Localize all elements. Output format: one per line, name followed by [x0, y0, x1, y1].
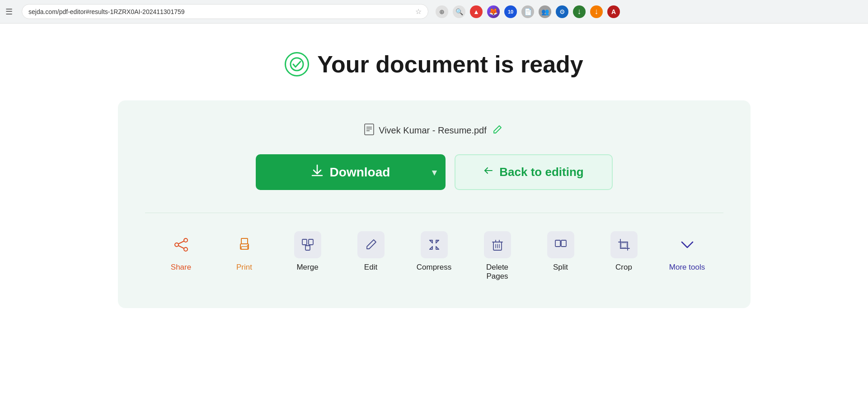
tool-share-label: Share: [171, 263, 191, 272]
tool-edit-label: Edit: [364, 263, 377, 272]
tool-split-label: Split: [553, 263, 568, 272]
svg-rect-39: [621, 243, 627, 247]
svg-point-9: [175, 243, 178, 247]
svg-point-0: [291, 58, 303, 71]
results-card: Vivek Kumar - Resume.pdf Download ▾: [118, 100, 751, 308]
svg-line-23: [436, 240, 439, 243]
tool-compress[interactable]: Compress: [416, 231, 452, 272]
edit-icon: [357, 231, 385, 258]
ext-settings[interactable]: ⚙: [556, 5, 568, 18]
tool-merge[interactable]: Merge: [290, 231, 326, 272]
tool-crop-label: Crop: [615, 263, 632, 272]
ext-file[interactable]: 📄: [521, 5, 534, 18]
ext-triangle[interactable]: ▲: [470, 5, 483, 18]
svg-point-16: [247, 245, 248, 247]
svg-line-11: [178, 241, 184, 244]
delete-pages-icon: [484, 231, 511, 258]
back-to-editing-button[interactable]: Back to editing: [455, 154, 613, 190]
tool-merge-label: Merge: [296, 263, 318, 272]
bookmark-icon[interactable]: ☆: [415, 7, 422, 16]
svg-rect-34: [561, 240, 566, 247]
download-arrow-icon: [311, 164, 324, 180]
tool-compress-label: Compress: [417, 263, 451, 272]
ext-download-green[interactable]: ↓: [573, 5, 586, 18]
sidebar-toggle[interactable]: ☰: [5, 7, 13, 17]
ext-acrobat[interactable]: A: [607, 5, 620, 18]
svg-rect-18: [309, 239, 313, 245]
svg-rect-14: [241, 238, 248, 244]
svg-line-25: [436, 247, 439, 249]
svg-rect-19: [305, 246, 310, 250]
filename-row: Vivek Kumar - Resume.pdf: [145, 123, 723, 138]
svg-line-22: [430, 240, 432, 243]
svg-rect-1: [365, 124, 374, 135]
back-to-editing-label: Back to editing: [499, 165, 583, 179]
tool-edit[interactable]: Edit: [353, 231, 389, 272]
page-title-row: Your document is ready: [285, 51, 583, 78]
tool-more-tools-label: More tools: [669, 263, 705, 272]
tool-delete-pages-label: DeletePages: [486, 263, 508, 281]
browser-actions: ⊕ 🔍 ▲ 🦊 10 📄 👥 ⚙ ↓ ↓ A: [436, 5, 620, 18]
ext-people[interactable]: 👥: [539, 5, 551, 18]
card-divider: [145, 213, 723, 213]
print-icon: [231, 231, 258, 258]
tool-print[interactable]: Print: [226, 231, 263, 272]
share-icon: [168, 231, 195, 258]
tool-crop[interactable]: Crop: [606, 231, 642, 272]
merge-icon: [294, 231, 321, 258]
action-buttons-row: Download ▾ Back to editing: [145, 154, 723, 190]
svg-point-8: [184, 238, 188, 242]
ext-metamask[interactable]: 🦊: [487, 5, 500, 18]
back-arrow-icon: [483, 165, 494, 179]
ext-plus[interactable]: ⊕: [436, 5, 448, 18]
download-dropdown-chevron[interactable]: ▾: [432, 167, 436, 178]
tools-row: Share Print: [145, 231, 723, 281]
tool-delete-pages[interactable]: DeletePages: [479, 231, 516, 281]
tool-print-label: Print: [236, 263, 252, 272]
tool-more-tools[interactable]: More tools: [669, 231, 705, 272]
page-title: Your document is ready: [317, 51, 583, 78]
ext-search[interactable]: 🔍: [453, 5, 465, 18]
download-label: Download: [330, 165, 390, 180]
browser-bar: ☰ sejda.com/pdf-editor#results-1RZRX0AI-…: [0, 0, 868, 24]
split-icon: [547, 231, 574, 258]
svg-rect-17: [302, 239, 307, 245]
url-bar[interactable]: sejda.com/pdf-editor#results-1RZRX0AI-20…: [22, 4, 428, 19]
filename-text: Vivek Kumar - Resume.pdf: [379, 125, 487, 136]
edit-filename-button[interactable]: [491, 123, 504, 138]
svg-line-12: [178, 246, 184, 248]
more-tools-icon: [674, 231, 701, 258]
crop-icon: [610, 231, 638, 258]
url-text: sejda.com/pdf-editor#results-1RZRX0AI-20…: [28, 8, 412, 15]
download-button[interactable]: Download ▾: [256, 154, 446, 190]
tool-share[interactable]: Share: [163, 231, 199, 272]
ext-download-orange[interactable]: ↓: [590, 5, 603, 18]
ext-multi[interactable]: 10: [504, 5, 517, 18]
success-check-icon: [285, 52, 309, 76]
compress-icon: [421, 231, 448, 258]
svg-line-24: [430, 247, 432, 249]
tool-split[interactable]: Split: [543, 231, 579, 272]
svg-point-10: [184, 247, 188, 251]
main-content: Your document is ready Vivek Kumar - Res…: [0, 24, 868, 326]
svg-rect-33: [555, 240, 560, 247]
file-icon: [364, 124, 374, 138]
